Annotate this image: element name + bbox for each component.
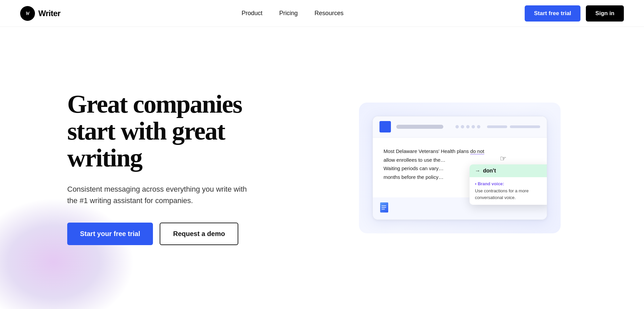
svg-rect-5 [381,207,386,208]
nav-actions: Start free trial Sign in [525,5,624,22]
mockup-body: Most Delaware Veterans' Health plans do … [373,138,547,197]
mockup-dot-1 [455,125,459,128]
highlighted-phrase: do not [470,148,484,154]
nav-resources[interactable]: Resources [315,10,344,17]
suggestion-arrow-icon: → [475,168,480,174]
svg-rect-6 [381,209,385,209]
suggestion-description: Use contractions for a more conversation… [475,188,545,201]
mockup-blue-square [379,121,391,132]
suggestion-body: • Brand voice: Use contractions for a mo… [470,177,547,205]
hero-subtext: Consistent messaging across everything y… [67,184,249,206]
mockup-lines [487,125,540,128]
suggestion-replacement-word: don't [483,168,496,174]
mockup-dots [455,125,480,128]
mockup-line-text-2: allow enrollees to use the… [384,156,536,164]
nav-signin-button[interactable]: Sign in [586,5,624,22]
mockup-background: Most Delaware Veterans' Health plans do … [359,103,561,233]
mockup-line-1 [487,125,507,128]
hero-request-demo-button[interactable]: Request a demo [160,223,238,245]
suggestion-brand-label: • Brand voice: [475,181,545,186]
logo[interactable]: W Writer [20,6,61,21]
mockup-title-bar [396,125,443,129]
logo-icon: W [20,6,35,21]
hero-headline: Great companies start with great writing [67,91,276,171]
mockup-dot-3 [466,125,470,128]
suggestion-top-bar: → don't [470,164,547,177]
hero-right: Most Delaware Veterans' Health plans do … [296,103,624,233]
mockup-dot-4 [472,125,475,128]
navigation: W Writer Product Pricing Resources Start… [0,0,644,27]
nav-pricing[interactable]: Pricing [279,10,298,17]
svg-text:W: W [26,11,30,16]
hero-buttons: Start your free trial Request a demo [67,223,276,245]
nav-product[interactable]: Product [242,10,263,17]
hero-start-trial-button[interactable]: Start your free trial [67,223,153,245]
mockup-line-text-1: Most Delaware Veterans' Health plans do … [384,147,536,156]
hero-left: Great companies start with great writing… [67,91,276,245]
nav-start-trial-button[interactable]: Start free trial [525,5,581,22]
mockup-dot-5 [477,125,480,128]
mockup-line-2 [510,125,540,128]
suggestion-popup: → don't • Brand voice: Use contractions … [470,164,547,205]
nav-links: Product Pricing Resources [242,10,344,17]
hero-section: Great companies start with great writing… [0,27,644,309]
mockup-dot-2 [461,125,464,128]
svg-rect-4 [381,205,386,206]
document-icon [379,202,390,215]
brand-name: Writer [38,9,61,18]
brand-label-text: Brand voice: [478,181,504,186]
cursor-icon: ☞ [500,154,507,163]
mockup-topbar [373,116,547,138]
product-mockup: Most Delaware Veterans' Health plans do … [372,116,547,220]
